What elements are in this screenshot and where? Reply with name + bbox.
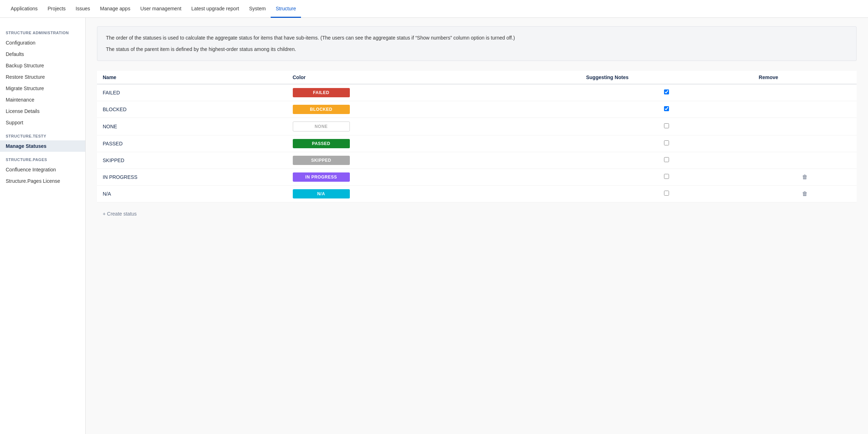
nav-item-structure[interactable]: Structure [271,0,301,18]
table-body: FAILEDFAILEDBLOCKEDBLOCKEDNONENONEPASSED… [97,84,857,202]
status-color-blocked: BLOCKED [287,101,581,118]
table-row-blocked: BLOCKEDBLOCKED [97,101,857,118]
statuses-table: Name Color Suggesting Notes Remove FAILE… [97,71,857,202]
table-row-none: NONENONE [97,118,857,135]
table-row-failed: FAILEDFAILED [97,84,857,101]
nav-item-manage-apps[interactable]: Manage apps [95,0,136,18]
col-suggesting-notes: Suggesting Notes [580,71,753,84]
sidebar-section-structure-pages: STRUCTURE.PAGES [0,152,85,164]
nav-item-system[interactable]: System [244,0,271,18]
sidebar-item-restore-structure[interactable]: Restore Structure [0,71,85,83]
trash-icon-in-progress[interactable]: 🗑 [802,174,808,180]
sidebar-item-backup-structure[interactable]: Backup Structure [0,60,85,71]
info-line-2: The status of the parent item is defined… [106,45,848,53]
nav-item-latest-upgrade-report[interactable]: Latest upgrade report [187,0,244,18]
suggesting-notes-in-progress[interactable] [580,169,753,185]
remove-cell-skipped [753,152,857,169]
checkbox-skipped[interactable] [664,157,669,162]
sidebar-item-migrate-structure[interactable]: Migrate Structure [0,83,85,94]
status-badge-none: NONE [293,122,350,131]
status-name-in-progress: IN PROGRESS [97,169,287,185]
table-header: Name Color Suggesting Notes Remove [97,71,857,84]
sidebar-item-license-details[interactable]: License Details [0,105,85,117]
status-name-none: NONE [97,118,287,135]
status-badge-na: N/A [293,189,350,198]
status-color-failed: FAILED [287,84,581,101]
nav-item-applications[interactable]: Applications [6,0,43,18]
trash-icon-na[interactable]: 🗑 [802,191,808,197]
main-layout: STRUCTURE ADMINISTRATIONConfigurationDef… [0,18,868,434]
status-badge-in-progress: IN PROGRESS [293,172,350,182]
checkbox-na[interactable] [664,191,669,196]
sidebar-section-structure-administration: STRUCTURE ADMINISTRATION [0,25,85,37]
suggesting-notes-blocked[interactable] [580,101,753,118]
col-remove: Remove [753,71,857,84]
nav-item-user-management[interactable]: User management [135,0,186,18]
sidebar-item-maintenance[interactable]: Maintenance [0,94,85,105]
remove-cell-in-progress[interactable]: 🗑 [753,169,857,185]
top-nav: ApplicationsProjectsIssuesManage appsUse… [0,0,868,18]
info-box: The order of the statuses is used to cal… [97,26,857,61]
status-name-passed: PASSED [97,135,287,152]
status-name-na: N/A [97,185,287,202]
table-row-passed: PASSEDPASSED [97,135,857,152]
info-line-1: The order of the statuses is used to cal… [106,34,848,42]
checkbox-none[interactable] [664,123,669,128]
checkbox-blocked[interactable] [664,106,669,111]
sidebar-item-manage-statuses[interactable]: Manage Statuses [0,140,85,152]
suggesting-notes-none[interactable] [580,118,753,135]
nav-item-issues[interactable]: Issues [71,0,95,18]
checkbox-in-progress[interactable] [664,174,669,179]
col-color: Color [287,71,581,84]
sidebar-item-confluence-integration[interactable]: Confluence Integration [0,164,85,175]
status-name-skipped: SKIPPED [97,152,287,169]
status-badge-skipped: SKIPPED [293,156,350,165]
status-badge-blocked: BLOCKED [293,105,350,114]
table-row-na: N/AN/A🗑 [97,185,857,202]
suggesting-notes-na[interactable] [580,185,753,202]
remove-cell-passed [753,135,857,152]
sidebar-item-support[interactable]: Support [0,117,85,128]
status-name-failed: FAILED [97,84,287,101]
sidebar-section-structure-testy: STRUCTURE.TESTY [0,128,85,140]
remove-cell-none [753,118,857,135]
status-badge-failed: FAILED [293,88,350,97]
suggesting-notes-failed[interactable] [580,84,753,101]
sidebar-item-structure-pages-license[interactable]: Structure.Pages License [0,175,85,187]
checkbox-failed[interactable] [664,89,669,94]
status-color-in-progress: IN PROGRESS [287,169,581,185]
nav-item-projects[interactable]: Projects [43,0,71,18]
table-row-skipped: SKIPPEDSKIPPED [97,152,857,169]
sidebar: STRUCTURE ADMINISTRATIONConfigurationDef… [0,18,86,434]
remove-cell-na[interactable]: 🗑 [753,185,857,202]
create-status-button[interactable]: + Create status [97,208,142,219]
sidebar-item-configuration[interactable]: Configuration [0,37,85,48]
main-content: The order of the statuses is used to cal… [86,18,868,434]
status-color-skipped: SKIPPED [287,152,581,169]
remove-cell-failed [753,84,857,101]
status-name-blocked: BLOCKED [97,101,287,118]
status-color-na: N/A [287,185,581,202]
suggesting-notes-passed[interactable] [580,135,753,152]
status-color-passed: PASSED [287,135,581,152]
table-row-in-progress: IN PROGRESSIN PROGRESS🗑 [97,169,857,185]
remove-cell-blocked [753,101,857,118]
sidebar-item-defaults[interactable]: Defaults [0,48,85,60]
status-color-none: NONE [287,118,581,135]
checkbox-passed[interactable] [664,140,669,145]
suggesting-notes-skipped[interactable] [580,152,753,169]
col-name: Name [97,71,287,84]
status-badge-passed: PASSED [293,139,350,148]
